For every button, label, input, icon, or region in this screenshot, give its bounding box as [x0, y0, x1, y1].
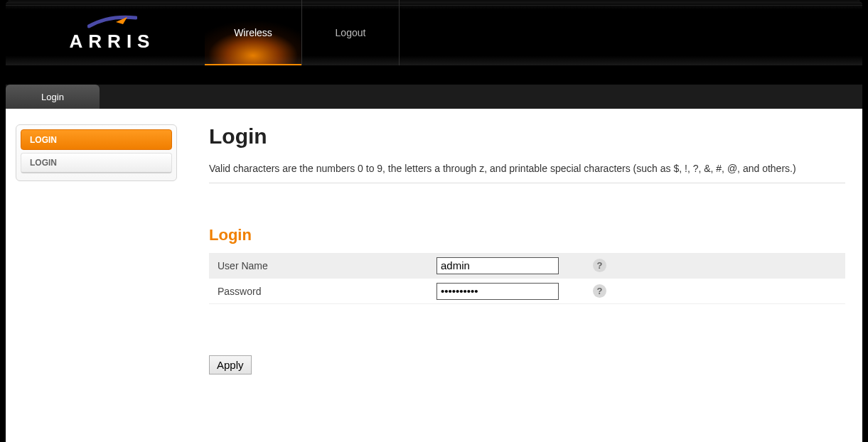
username-label: User Name: [209, 260, 436, 271]
help-col: ?: [579, 259, 606, 272]
page-description: Valid characters are the numbers 0 to 9,…: [209, 163, 845, 174]
nav-tab-logout[interactable]: Logout: [302, 0, 400, 65]
sidebar: LOGIN LOGIN: [16, 124, 177, 181]
help-icon[interactable]: ?: [593, 259, 606, 272]
nav-tab-label: Logout: [336, 27, 366, 38]
form-row-username: User Name ?: [209, 253, 845, 279]
username-field-wrap: [436, 257, 579, 274]
brand-name: ARRIS: [70, 31, 156, 53]
page-title: Login: [209, 124, 845, 149]
divider: [209, 183, 845, 183]
subnav-tab-login[interactable]: Login: [6, 85, 100, 109]
secondary-nav: Login: [6, 85, 862, 109]
form-row-password: Password ?: [209, 279, 845, 304]
help-icon[interactable]: ?: [593, 284, 606, 298]
sidebar-item-label: LOGIN: [30, 158, 57, 168]
nav-tab-label: Wireless: [234, 27, 272, 38]
password-label: Password: [209, 286, 436, 297]
primary-nav: Wireless Logout: [205, 0, 400, 65]
apply-button[interactable]: Apply: [209, 355, 252, 374]
password-field-wrap: [436, 283, 579, 300]
content: LOGIN LOGIN Login Valid characters are t…: [6, 109, 862, 442]
help-col: ?: [579, 284, 606, 298]
brand-logo: ARRIS: [6, 14, 205, 53]
password-input[interactable]: [436, 283, 559, 300]
nav-tab-wireless[interactable]: Wireless: [205, 0, 302, 65]
main-panel: Login Valid characters are the numbers 0…: [209, 124, 852, 442]
section-title: Login: [209, 226, 845, 244]
sidebar-item-label: LOGIN: [30, 135, 57, 145]
header: ARRIS Wireless Logout: [6, 0, 862, 65]
sidebar-item-login-active[interactable]: LOGIN: [21, 129, 172, 150]
username-input[interactable]: [436, 257, 559, 274]
subnav-tab-label: Login: [41, 92, 64, 102]
sidebar-item-login[interactable]: LOGIN: [21, 153, 172, 173]
logo-swoosh-icon: [87, 14, 137, 29]
